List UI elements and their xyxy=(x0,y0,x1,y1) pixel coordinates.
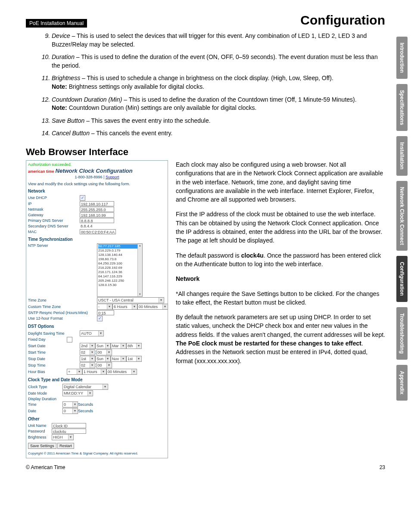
section-network: Network xyxy=(28,189,166,193)
tab-installation[interactable]: Installation xyxy=(396,136,408,175)
paragraph: Each clock may also be configured using … xyxy=(176,160,385,204)
hb-sign-select[interactable]: + xyxy=(67,369,82,375)
stop-date-select[interactable]: 1st xyxy=(126,356,142,362)
ctz-sign-select[interactable]: - xyxy=(97,304,112,310)
start-date-select[interactable]: 8th xyxy=(126,343,142,349)
start-ord-select[interactable]: 2nd xyxy=(80,343,95,349)
body-text: Each clock may also be configured using … xyxy=(176,160,385,458)
unit-name-input[interactable]: Clock ID xyxy=(52,423,86,428)
list-body: – This is used to define the duration of… xyxy=(52,53,378,69)
label-date-dur: Date xyxy=(28,409,62,413)
section-heading: Web Browser Interface xyxy=(26,146,385,158)
password-input[interactable]: clock4u xyxy=(52,429,86,434)
label-start-time: Start Time xyxy=(28,350,80,355)
list-term: Countdown Duration (Min) xyxy=(52,96,122,103)
stop-month-select[interactable]: Nov xyxy=(111,356,126,362)
label-clock-type: Clock Type xyxy=(28,385,62,389)
auth-message: Authorization succeeded. xyxy=(28,162,166,167)
start-hour-select[interactable]: 02 xyxy=(80,349,95,355)
tab-configuration[interactable]: Configuration xyxy=(396,256,408,302)
hb-mins-select[interactable]: 00 Minutes xyxy=(106,369,137,375)
timezone-select[interactable]: USCT - USA Central xyxy=(97,297,164,303)
section-clock-type: Clock Type and Date Mode xyxy=(28,377,166,382)
mac-input[interactable]: 00:50:C2:D3:F4:AA xyxy=(80,229,116,234)
tab-specifications[interactable]: Specifications xyxy=(396,84,408,131)
gateway-input[interactable]: 192.168.10.99 xyxy=(80,212,114,218)
footer-copyright: © American Time xyxy=(26,464,65,470)
paragraph: First the IP address of the clock must b… xyxy=(176,210,385,245)
tab-troubleshooting[interactable]: Troubleshooting xyxy=(396,307,408,360)
ip-input[interactable]: 192.168.10.117 xyxy=(80,201,114,206)
label-pdns: Primary DNS Server xyxy=(28,218,80,223)
netmask-input[interactable]: 255.255.255.0 xyxy=(80,207,114,212)
listbox-scrollbar[interactable]: ▴▾ xyxy=(137,244,142,296)
restart-button[interactable]: Restart xyxy=(57,443,74,449)
label-time-dur: Time xyxy=(28,402,62,407)
list-body: – This cancels the event entry. xyxy=(90,130,172,137)
support-link[interactable]: Support xyxy=(106,175,119,179)
paragraph: By default the network parameters are se… xyxy=(176,313,385,365)
start-month-select[interactable]: Mar xyxy=(111,343,126,349)
date-dur-select[interactable]: 0 xyxy=(62,408,78,414)
network-heading: Network xyxy=(176,274,385,283)
ctz-mins-select[interactable]: 00 Minutes xyxy=(137,304,168,310)
label-stop-date: Stop Date xyxy=(28,357,80,361)
label-fixed-day: Fixed Day xyxy=(28,337,67,342)
label-ip: IP xyxy=(28,202,80,206)
stop-day-select[interactable]: Sun xyxy=(95,356,111,362)
stop-ord-select[interactable]: 1st xyxy=(80,356,95,362)
pdns-input[interactable]: 8.8.8.8 xyxy=(80,218,114,223)
list-body: – This saves the event entry into the sc… xyxy=(84,117,210,124)
label-unit-name: Unit Name xyxy=(28,423,52,428)
definition-list: Device – This is used to select the devi… xyxy=(26,32,385,138)
paragraph: The default password is clock4u. Once th… xyxy=(176,251,385,269)
fixed-day-checkbox[interactable] xyxy=(67,337,72,342)
embedded-screenshot: Authorization succeeded. american time N… xyxy=(26,160,168,458)
paragraph: *All changes require the Save Settings b… xyxy=(176,289,385,307)
time-dur-select[interactable]: 0 xyxy=(62,401,78,408)
save-settings-button[interactable]: Save Settings xyxy=(28,443,56,449)
stop-min-select[interactable]: 00 xyxy=(97,362,112,368)
label-use-dhcp: Use DHCP xyxy=(28,196,80,200)
h12-checkbox[interactable]: ✓ xyxy=(97,316,103,321)
section-timesync: Time Synchronization xyxy=(28,237,166,242)
dhcp-checkbox[interactable]: ✓ xyxy=(80,195,85,201)
side-tabs: Introduction Specifications Installation… xyxy=(396,37,408,401)
tab-network-clock-connect[interactable]: Network Clock Connect xyxy=(396,181,408,251)
ctz-hours-select[interactable]: 6 Hours xyxy=(112,304,137,310)
label-timezone: Time Zone xyxy=(28,298,97,302)
label-12hour: Use 12-hour Format xyxy=(28,316,97,320)
date-mode-select[interactable]: MM:DD:YY xyxy=(62,390,93,396)
start-min-select[interactable]: 00 xyxy=(97,349,112,355)
section-other: Other xyxy=(28,417,166,421)
dst-mode-select[interactable]: AUTO xyxy=(80,330,104,336)
label-resync: SNTP Resync Period (Hours:Mins) xyxy=(28,311,97,315)
list-term: Device xyxy=(52,32,70,39)
time-dur-unit: Seconds xyxy=(78,402,93,407)
brand-logo: american time xyxy=(28,170,54,174)
page-title: Configuration xyxy=(300,13,385,28)
start-day-select[interactable]: Sun xyxy=(95,343,111,349)
list-term: Save Button xyxy=(52,117,84,124)
hb-hours-select[interactable]: 1 Hours xyxy=(82,369,106,375)
tab-appendix[interactable]: Appendix xyxy=(396,365,408,401)
list-body: – This is used to schedule a change in b… xyxy=(80,75,333,81)
list-term: Brightness xyxy=(52,75,80,81)
list-body: – This is used to define the duration of… xyxy=(122,96,356,103)
brightness-select[interactable]: HIGH xyxy=(52,434,74,440)
section-dst: DST Options xyxy=(28,324,166,329)
label-netmask: Netmask xyxy=(28,207,80,212)
label-display-duration: Display Duration xyxy=(28,397,71,401)
sdns-value: 8.8.4.4 xyxy=(80,224,114,229)
clock-type-select[interactable]: Digital Calendar xyxy=(62,384,108,390)
label-date-mode: Date Mode xyxy=(28,391,62,395)
label-hour-bias: Hour Bias xyxy=(28,370,67,374)
date-dur-unit: Seconds xyxy=(78,409,93,413)
label-brightness: Brightness xyxy=(28,435,52,439)
tab-introduction[interactable]: Introduction xyxy=(396,37,408,79)
ntp-listbox[interactable]: 50.77.217.185 216.229.0.179 128.138.140.… xyxy=(97,243,143,297)
resync-input[interactable]: 0:15 xyxy=(97,310,114,315)
list-body: – This is used to select the devices tha… xyxy=(52,32,367,48)
stop-hour-select[interactable]: 02 xyxy=(80,362,95,368)
screenshot-description: View and modify the clock settings using… xyxy=(28,182,166,186)
